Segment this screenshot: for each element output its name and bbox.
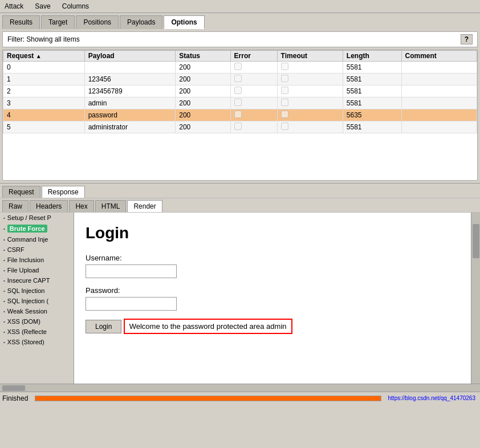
password-input[interactable] (86, 297, 177, 311)
tab-html[interactable]: HTML (95, 200, 127, 212)
sidebar-item[interactable]: • XSS (Reflecte (0, 327, 74, 337)
sidebar-label: SQL Injection ( (7, 298, 48, 304)
cell-timeout (277, 109, 343, 121)
table-row[interactable]: 0 200 5581 (3, 62, 477, 74)
cell-status: 200 (176, 109, 230, 121)
sidebar: • Setup / Reset P• Brute Force• Command … (0, 213, 74, 384)
cell-timeout (277, 74, 343, 85)
vertical-scrollbar[interactable] (471, 213, 480, 384)
tab-payloads[interactable]: Payloads (120, 15, 162, 29)
sidebar-label: XSS (DOM) (7, 318, 40, 325)
sidebar-item[interactable]: • XSS (Stored) (0, 337, 74, 347)
table-row[interactable]: 5 administrator 200 5581 (3, 121, 477, 133)
sidebar-label: File Inclusion (7, 256, 44, 263)
cell-status: 200 (176, 74, 230, 85)
tab-request[interactable]: Request (2, 186, 40, 198)
menu-columns[interactable]: Columns (60, 1, 91, 11)
sidebar-item[interactable]: • Weak Session (0, 306, 74, 316)
sidebar-label: SQL Injection (7, 287, 45, 294)
tab-response[interactable]: Response (42, 186, 85, 198)
help-button[interactable]: ? (461, 34, 473, 44)
tab-options[interactable]: Options (164, 15, 204, 29)
status-bar: Finished https://blog.csdn.net/qq_414702… (0, 392, 480, 404)
sidebar-item[interactable]: • SQL Injection (0, 286, 74, 296)
col-length[interactable]: Length (343, 51, 401, 62)
sidebar-dot: • (3, 288, 5, 294)
cell-payload: administrator (84, 121, 176, 133)
table-row[interactable]: 3 admin 200 5581 (3, 97, 477, 109)
cell-id: 5 (3, 121, 85, 133)
cell-length: 5635 (343, 109, 401, 121)
cell-id: 1 (3, 74, 85, 85)
cell-length: 5581 (343, 74, 401, 85)
col-error[interactable]: Error (230, 51, 277, 62)
login-page: Login Username: Password: Login Welcome … (74, 213, 471, 384)
sidebar-dot: • (3, 247, 5, 252)
sidebar-item[interactable]: • File Upload (0, 265, 74, 275)
sidebar-item[interactable]: • XSS (DOM) (0, 316, 74, 327)
h-scroll-thumb[interactable] (2, 385, 25, 391)
sidebar-item[interactable]: • SQL Injection ( (0, 296, 74, 306)
sidebar-item[interactable]: • Command Inje (0, 234, 74, 245)
tab-target[interactable]: Target (41, 15, 75, 29)
sidebar-dot: • (3, 278, 5, 283)
login-title: Login (86, 224, 459, 242)
cell-error (230, 85, 277, 97)
cell-id: 4 (3, 109, 85, 121)
sidebar-item[interactable]: • Setup / Reset P (0, 213, 74, 223)
tab-render[interactable]: Render (127, 200, 162, 212)
cell-comment (401, 74, 477, 85)
tab-raw[interactable]: Raw (2, 200, 29, 212)
cell-comment (401, 62, 477, 74)
tab-headers[interactable]: Headers (30, 200, 68, 212)
sidebar-item[interactable]: • CSRF (0, 245, 74, 255)
col-payload[interactable]: Payload (84, 51, 176, 62)
tab-results[interactable]: Results (2, 15, 40, 29)
content-area: • Setup / Reset P• Brute Force• Command … (0, 212, 480, 384)
sidebar-dot: • (3, 258, 5, 263)
cell-id: 2 (3, 85, 85, 97)
top-tab-bar: Results Target Positions Payloads Option… (0, 13, 480, 29)
menu-attack[interactable]: Attack (2, 1, 26, 11)
cell-error (230, 74, 277, 85)
cell-payload: 123456789 (84, 85, 176, 97)
login-button[interactable]: Login (86, 320, 121, 333)
col-status[interactable]: Status (176, 51, 230, 62)
tab-positions[interactable]: Positions (76, 15, 119, 29)
cell-status: 200 (176, 121, 230, 133)
cell-error (230, 121, 277, 133)
sidebar-dot: • (3, 268, 5, 273)
menu-save[interactable]: Save (32, 1, 52, 11)
tab-hex[interactable]: Hex (69, 200, 93, 212)
sidebar-dot: • (3, 299, 5, 304)
sidebar-label: Weak Session (7, 308, 47, 315)
cell-id: 3 (3, 97, 85, 109)
results-table-container: Request ▲ Payload Status Error Timeout L… (2, 50, 478, 181)
cell-length: 5581 (343, 121, 401, 133)
table-row[interactable]: 2 123456789 200 5581 (3, 85, 477, 97)
sidebar-dot: • (3, 309, 5, 314)
table-row[interactable]: 4 password 200 5635 (3, 109, 477, 121)
results-table: Request ▲ Payload Status Error Timeout L… (3, 50, 477, 133)
table-row[interactable]: 1 123456 200 5581 (3, 74, 477, 85)
cell-error (230, 109, 277, 121)
sidebar-label: XSS (Stored) (7, 339, 44, 345)
col-timeout[interactable]: Timeout (277, 51, 343, 62)
sidebar-item[interactable]: • File Inclusion (0, 255, 74, 265)
render-inner: Login Username: Password: Login Welcome … (74, 213, 471, 384)
username-input[interactable] (86, 264, 177, 278)
sidebar-item[interactable]: • Brute Force (0, 223, 74, 234)
scroll-thumb[interactable] (473, 224, 479, 258)
sidebar-label: XSS (Reflecte (7, 328, 47, 335)
col-request[interactable]: Request ▲ (3, 51, 85, 62)
col-comment[interactable]: Comment (401, 51, 477, 62)
resp-tab-bar: Request Response (0, 183, 480, 198)
cell-payload: 123456 (84, 74, 176, 85)
cell-status: 200 (176, 62, 230, 74)
sidebar-label: Insecure CAPT (7, 277, 50, 284)
url-text: https://blog.csdn.net/qq_41470263 (388, 395, 475, 401)
sidebar-item[interactable]: • Insecure CAPT (0, 275, 74, 286)
username-label: Username: (86, 254, 459, 262)
horizontal-scrollbar[interactable] (0, 384, 480, 392)
cell-comment (401, 85, 477, 97)
